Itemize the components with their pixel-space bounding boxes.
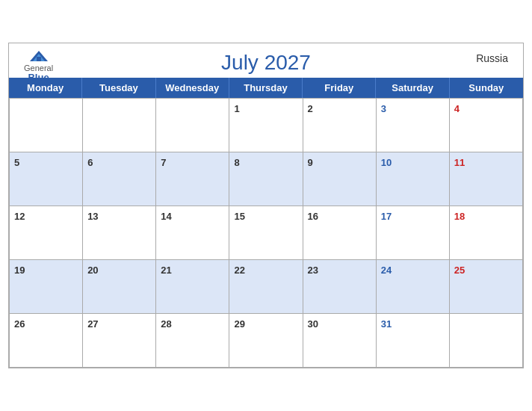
svg-rect-2 [37,57,41,61]
day-number: 19 [14,265,25,276]
calendar-cell: 16 [303,206,377,260]
calendar-cell [10,99,83,152]
calendar-cell: 9 [303,152,377,206]
day-number: 10 [381,157,392,168]
calendar-country: Russia [476,52,508,64]
day-number: 6 [87,157,93,168]
day-number: 27 [87,318,98,330]
calendar-grid: 1234567891011121314151617181920212223242… [9,98,523,368]
day-number: 26 [14,318,25,330]
calendar-cell: 14 [156,206,229,260]
day-number: 22 [234,265,244,276]
calendar-cell: 8 [229,152,303,206]
day-number: 15 [234,211,244,222]
calendar-cell: 10 [377,152,450,206]
day-number: 12 [14,211,25,222]
logo: General Blue [24,49,53,82]
calendar-header: General Blue July 2027 Russia [9,43,523,78]
calendar-cell: 19 [10,260,83,314]
calendar-cell: 13 [83,206,156,260]
calendar-cell: 6 [83,152,156,206]
day-number: 16 [308,211,318,222]
calendar-cell: 2 [303,99,377,152]
day-number: 9 [308,157,313,168]
day-number: 11 [454,157,465,168]
day-number: 5 [14,157,19,168]
calendar-cell: 30 [303,314,377,368]
calendar-cell: 24 [377,260,450,314]
calendar-cell [450,314,523,368]
calendar-cell: 26 [10,314,83,368]
calendar-cell: 22 [229,260,303,314]
day-number: 1 [234,103,239,114]
logo-blue-text: Blue [28,72,49,82]
calendar-cell: 17 [377,206,450,260]
day-number: 13 [87,211,98,222]
calendar-cell: 12 [10,206,83,260]
day-number: 24 [381,265,392,276]
calendar-cell [83,99,156,152]
day-number: 2 [308,103,313,114]
day-number: 23 [308,265,318,276]
day-number: 25 [454,265,465,276]
day-friday: Friday [303,78,376,98]
calendar-cell: 7 [156,152,229,206]
calendar-cell: 1 [229,99,303,152]
calendar-cell: 25 [450,260,523,314]
calendar-cell: 21 [156,260,229,314]
calendar-cell [156,99,229,152]
day-number: 8 [234,157,239,168]
calendar-cell: 20 [83,260,156,314]
calendar-cell: 27 [83,314,156,368]
day-number: 7 [161,157,166,168]
calendar-cell: 18 [450,206,523,260]
day-number: 4 [454,103,460,114]
days-header: Monday Tuesday Wednesday Thursday Friday… [9,78,523,98]
calendar: General Blue July 2027 Russia Monday Tue… [8,43,524,368]
day-wednesday: Wednesday [156,78,229,98]
calendar-cell: 15 [229,206,303,260]
calendar-cell: 28 [156,314,229,368]
day-number: 28 [161,318,171,330]
day-number: 14 [161,211,171,222]
calendar-cell: 11 [450,152,523,206]
day-sunday: Sunday [450,78,523,98]
day-number: 30 [308,318,318,330]
day-number: 31 [381,318,392,330]
calendar-cell: 4 [450,99,523,152]
day-number: 20 [87,265,98,276]
day-saturday: Saturday [376,78,449,98]
logo-icon [28,49,49,63]
day-number: 21 [161,265,171,276]
day-number: 18 [454,211,465,222]
calendar-title: July 2027 [24,51,508,75]
day-number: 3 [381,103,386,114]
day-thursday: Thursday [229,78,303,98]
calendar-cell: 29 [229,314,303,368]
day-number: 29 [234,318,244,330]
calendar-cell: 31 [377,314,450,368]
calendar-cell: 23 [303,260,377,314]
calendar-cell: 3 [377,99,450,152]
day-tuesday: Tuesday [82,78,155,98]
calendar-cell: 5 [10,152,83,206]
day-number: 17 [381,211,392,222]
